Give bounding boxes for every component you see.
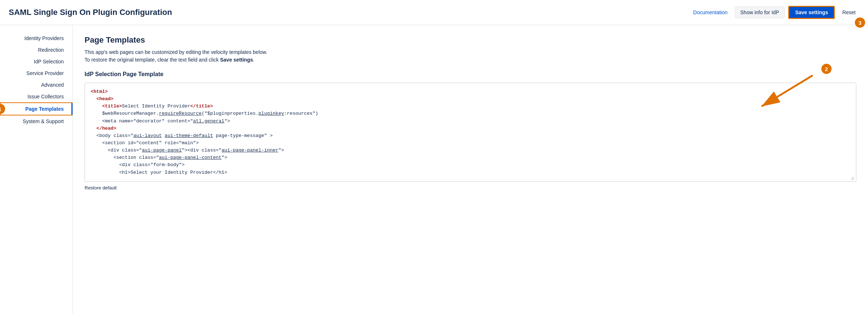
sidebar: Identity Providers Redirection IdP Selec…: [0, 25, 73, 314]
sidebar-item-system-support[interactable]: System & Support: [0, 115, 73, 127]
content-description: This app's web pages can be customized b…: [85, 48, 856, 64]
sidebar-item-redirection[interactable]: Redirection: [0, 44, 73, 56]
annotation-badge-1: 1: [0, 104, 5, 114]
sidebar-item-idp-selection[interactable]: IdP Selection: [0, 56, 73, 67]
show-info-button[interactable]: Show info for IdP: [735, 7, 785, 18]
code-section: 2 <html> <head> <title>Select Identity P…: [85, 83, 856, 182]
page-title: SAML Single Sign On Plugin Configuration: [9, 8, 172, 17]
save-settings-button[interactable]: Save settings: [788, 6, 835, 19]
reset-button[interactable]: Reset: [838, 7, 859, 17]
content-title: Page Templates: [85, 35, 856, 45]
main-layout: Identity Providers Redirection IdP Selec…: [0, 25, 868, 314]
sidebar-item-identity-providers[interactable]: Identity Providers: [0, 32, 73, 44]
header-actions: Documentation Show info for IdP Save set…: [689, 6, 859, 19]
content-area: Page Templates This app's web pages can …: [73, 25, 868, 314]
sidebar-item-advanced[interactable]: Advanced: [0, 79, 73, 91]
header: SAML Single Sign On Plugin Configuration…: [0, 0, 868, 25]
restore-default-link[interactable]: Restore default: [85, 185, 117, 191]
restore-default-row: Restore default: [85, 185, 856, 191]
active-indicator: [71, 103, 73, 115]
sidebar-item-service-provider[interactable]: Service Provider: [0, 67, 73, 79]
code-display: <html> <head> <title>Select Identity Pro…: [85, 83, 856, 181]
sidebar-item-page-templates[interactable]: 1 Page Templates: [0, 102, 73, 115]
page-wrapper: SAML Single Sign On Plugin Configuration…: [0, 0, 868, 314]
code-editor-wrapper: <html> <head> <title>Select Identity Pro…: [85, 83, 856, 182]
documentation-button[interactable]: Documentation: [689, 7, 731, 17]
sidebar-item-issue-collectors[interactable]: Issue Collectors: [0, 91, 73, 102]
section-subtitle: IdP Selection Page Template: [85, 71, 856, 78]
